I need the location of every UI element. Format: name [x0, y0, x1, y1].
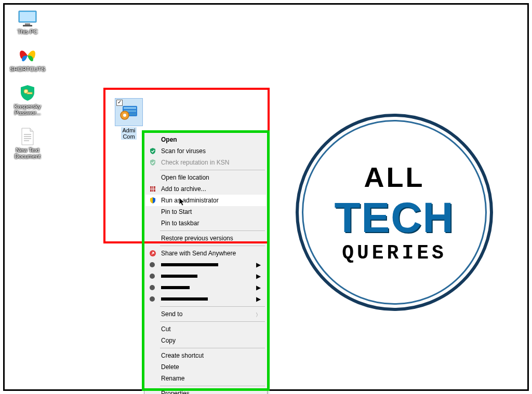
bullet-icon [150, 285, 155, 290]
menu-item-redacted[interactable]: ▶ [145, 282, 266, 293]
menu-separator [160, 170, 265, 170]
menu-item-shortcut[interactable]: Create shortcut [145, 350, 266, 361]
desktop-icon-label: SHORTCUTS [9, 66, 46, 72]
menu-item-pin-taskbar[interactable]: Pin to taskbar [145, 218, 266, 229]
menu-separator [160, 230, 265, 231]
shield-check-icon [149, 158, 157, 167]
archive-icon [149, 185, 157, 193]
submenu-arrow-icon: ▶ [256, 284, 261, 291]
menu-item-run-admin[interactable]: Run as administrator [145, 195, 266, 206]
menu-item-send-to[interactable]: Send to 〉 [145, 308, 266, 320]
desktop-icon-this-pc[interactable]: This PC [9, 9, 46, 35]
submenu-arrow-icon: ▶ [256, 273, 261, 280]
key-shield-icon [17, 84, 38, 102]
context-menu: Open Scan for viruses Check reputation i… [144, 132, 268, 394]
menu-item-scan[interactable]: Scan for viruses [145, 145, 266, 157]
selected-desktop-icon[interactable]: Admi Com [114, 98, 144, 140]
uac-shield-icon [149, 196, 157, 205]
svg-rect-1 [20, 12, 35, 21]
submenu-arrow-icon: ▶ [256, 295, 261, 303]
menu-separator [160, 321, 265, 322]
redacted-text [161, 297, 208, 301]
svg-rect-3 [23, 25, 32, 26]
desktop-icon-new-text[interactable]: New Text Document [9, 127, 46, 159]
watermark-logo: ALL TECH QUERIES [296, 114, 493, 311]
menu-item-cut[interactable]: Cut [145, 323, 266, 335]
menu-item-properties[interactable]: Properties [145, 388, 266, 394]
logo-line3: QUERIES [342, 242, 447, 264]
desktop-icon-label: New Text Document [9, 147, 46, 159]
selection-checkbox-icon [116, 100, 123, 106]
submenu-arrow-icon: ▶ [256, 261, 261, 268]
redacted-text [161, 263, 218, 266]
menu-item-open-location[interactable]: Open file location [145, 172, 266, 183]
svg-rect-19 [150, 188, 155, 188]
menu-item-open[interactable]: Open [145, 134, 266, 145]
menu-item-ksn: Check reputation in KSN [145, 157, 266, 168]
menu-item-rename[interactable]: Rename [145, 373, 266, 384]
monitor-icon [17, 9, 38, 28]
menu-item-redacted[interactable]: ▶ [145, 270, 266, 282]
svg-rect-18 [153, 186, 154, 192]
selected-icon-label: Admi Com [121, 127, 136, 140]
menu-separator [160, 348, 265, 348]
svg-rect-11 [124, 107, 136, 109]
desktop-icon-label: This PC [9, 29, 46, 35]
submenu-arrow-icon: 〉 [256, 311, 261, 319]
menu-separator [160, 386, 265, 386]
desktop-icon-column: This PC SHORTCUTS Kaspersky Passwor... N… [9, 9, 46, 171]
bullet-icon [150, 296, 155, 302]
svg-rect-5 [27, 92, 32, 94]
butterfly-icon [17, 46, 38, 65]
redacted-text [161, 275, 197, 278]
desktop-icon-label: Kaspersky Passwor... [9, 103, 46, 116]
redacted-text [161, 286, 190, 289]
logo-line2: TECH [334, 193, 454, 242]
svg-rect-2 [25, 23, 30, 25]
desktop-icon-shortcuts[interactable]: SHORTCUTS [9, 46, 46, 72]
menu-item-redacted[interactable]: ▶ [145, 293, 266, 305]
menu-item-share[interactable]: Share with Send Anywhere [145, 248, 266, 259]
menu-item-restore[interactable]: Restore previous versions [145, 233, 266, 244]
svg-rect-16 [150, 186, 155, 192]
menu-separator [160, 306, 265, 307]
menu-item-redacted[interactable]: ▶ [145, 259, 266, 270]
menu-separator [160, 246, 265, 246]
text-file-icon [17, 127, 38, 146]
screenshot-frame: This PC SHORTCUTS Kaspersky Passwor... N… [3, 3, 529, 391]
svg-point-15 [123, 114, 126, 117]
svg-rect-20 [150, 189, 155, 190]
desktop-icon-kaspersky[interactable]: Kaspersky Passwor... [9, 84, 46, 116]
svg-rect-17 [152, 186, 152, 192]
logo-line1: ALL [364, 161, 425, 193]
shield-check-icon [149, 147, 157, 155]
share-icon [149, 249, 157, 257]
bullet-icon [150, 274, 155, 279]
menu-item-delete[interactable]: Delete [145, 361, 266, 373]
bullet-icon [150, 262, 155, 267]
menu-item-pin-start[interactable]: Pin to Start [145, 206, 266, 218]
menu-item-copy[interactable]: Copy [145, 335, 266, 346]
menu-item-archive[interactable]: Add to archive... [145, 183, 266, 195]
